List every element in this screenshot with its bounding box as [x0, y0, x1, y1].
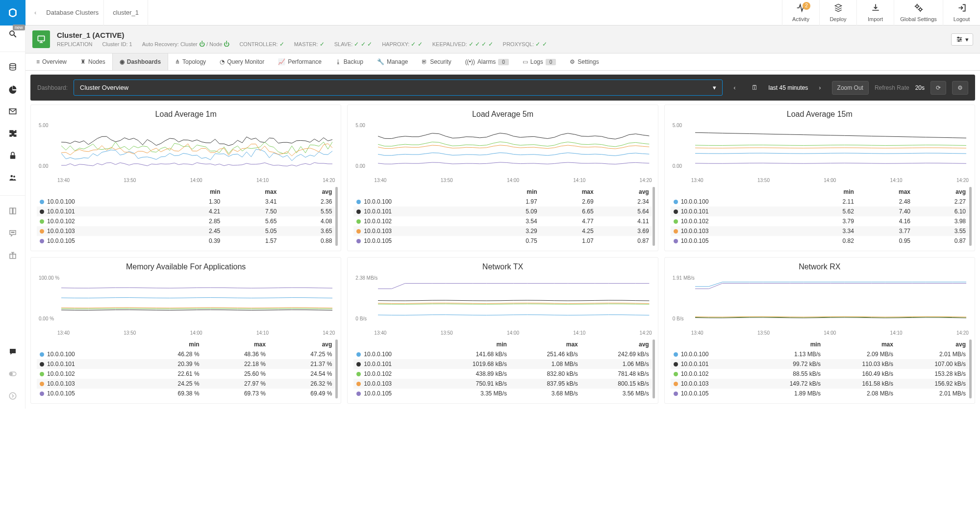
legend-row[interactable]: 10.0.0.1023.544.774.11: [353, 216, 652, 226]
chat-icon[interactable]: [8, 347, 17, 359]
calendar-icon[interactable]: 🗓: [747, 81, 763, 94]
legend-row[interactable]: 10.0.0.1022.855.654.08: [37, 216, 335, 226]
legend-row[interactable]: 10.0.0.1023.794.163.98: [671, 216, 969, 226]
legend-dot: [356, 219, 361, 224]
chart-area[interactable]: 100.00 %0.00 %: [37, 275, 335, 329]
legend-row[interactable]: 10.0.0.1051.89 MB/s2.08 MB/s2.01 MB/s: [671, 389, 969, 398]
legend-row[interactable]: 10.0.0.1015.627.406.10: [671, 207, 969, 216]
chevron-right-icon[interactable]: [8, 392, 17, 403]
legend-dot: [356, 352, 361, 357]
legend-row[interactable]: 10.0.0.10199.72 kB/s110.03 kB/s107.00 kB…: [671, 359, 969, 369]
tab-overview[interactable]: ≡Overview: [29, 53, 74, 70]
legend-row[interactable]: 10.0.0.1033.294.253.69: [353, 226, 652, 236]
legend-row[interactable]: 10.0.0.10046.28 %48.36 %47.25 %: [37, 349, 335, 359]
legend-row[interactable]: 10.0.0.100141.68 kB/s251.46 kB/s242.69 k…: [353, 349, 652, 359]
logout-label: Logout: [954, 16, 970, 22]
legend-row[interactable]: 10.0.0.1002.112.482.27: [671, 197, 969, 207]
pie-chart-icon[interactable]: [8, 85, 17, 96]
dashboard-select[interactable]: Cluster Overview ▾: [74, 79, 723, 96]
legend-row[interactable]: 10.0.0.1011019.68 kB/s1.08 MB/s1.06 MB/s: [353, 359, 652, 369]
stats-header-row: minmaxavg: [353, 340, 652, 349]
legend-dot: [674, 210, 678, 214]
svg-point-21: [958, 37, 959, 38]
legend-row[interactable]: 10.0.0.10569.38 %69.73 %69.49 %: [37, 389, 335, 398]
tab-nodes[interactable]: ♜Nodes: [74, 53, 112, 70]
legend-row[interactable]: 10.0.0.1014.217.505.55: [37, 207, 335, 216]
dashboard-settings-button[interactable]: ⚙: [952, 81, 968, 95]
legend-row[interactable]: 10.0.0.10120.39 %22.18 %21.37 %: [37, 359, 335, 369]
legend-row[interactable]: 10.0.0.10222.61 %25.60 %24.54 %: [37, 369, 335, 379]
legend-dot: [40, 372, 44, 376]
tab-manage[interactable]: 🔧Manage: [370, 53, 415, 70]
scrollbar[interactable]: [653, 340, 655, 398]
legend-row[interactable]: 10.0.0.1033.343.773.55: [671, 226, 969, 236]
import-button[interactable]: Import: [856, 0, 894, 26]
logout-button[interactable]: Logout: [943, 0, 980, 26]
database-icon[interactable]: [8, 63, 17, 74]
breadcrumb-back-icon[interactable]: ‹: [29, 9, 41, 16]
legend-row[interactable]: 10.0.0.102438.89 kB/s832.80 kB/s781.48 k…: [353, 369, 652, 379]
tab-performance[interactable]: 📈Performance: [271, 53, 328, 70]
activity-button[interactable]: 2 Activity: [782, 0, 819, 26]
tab-topology[interactable]: ⋔Topology: [168, 53, 213, 70]
scrollbar[interactable]: [335, 340, 338, 398]
legend-row[interactable]: 10.0.0.1053.35 MB/s3.68 MB/s3.56 MB/s: [353, 389, 652, 398]
scrollbar[interactable]: [969, 340, 972, 398]
time-next-button[interactable]: ›: [814, 81, 826, 94]
tab-dashboards[interactable]: ◉Dashboards: [112, 53, 168, 70]
time-range-label[interactable]: last 45 minutes: [769, 84, 808, 91]
cluster-options-button[interactable]: ▾: [951, 33, 973, 46]
svg-point-4: [10, 64, 16, 66]
scrollbar[interactable]: [335, 187, 338, 246]
scrollbar[interactable]: [969, 187, 972, 246]
mail-icon[interactable]: [8, 107, 17, 118]
y-tick: 0 B/s: [355, 316, 367, 321]
gift-icon[interactable]: [8, 251, 17, 262]
tab-alarms[interactable]: ((•))Alarms0: [458, 53, 516, 70]
legend-row[interactable]: 10.0.0.1050.391.570.88: [37, 236, 335, 246]
chart-area[interactable]: 5.000.00: [671, 123, 969, 177]
global-settings-icon: [914, 3, 924, 15]
svg-point-23: [958, 40, 959, 41]
scrollbar[interactable]: [653, 187, 655, 246]
chart-area[interactable]: 1.91 MB/s0 B/s: [671, 275, 969, 329]
tab-logs[interactable]: ▭Logs0: [516, 53, 563, 70]
users-icon[interactable]: [8, 173, 17, 184]
legend-row[interactable]: 10.0.0.1050.751.070.87: [353, 236, 652, 246]
puzzle-icon[interactable]: [8, 129, 17, 140]
legend-row[interactable]: 10.0.0.1001.13 MB/s2.09 MB/s2.01 MB/s: [671, 349, 969, 359]
chart-area[interactable]: 5.000.00: [353, 123, 652, 177]
col-min: min: [485, 187, 540, 197]
refresh-button[interactable]: ⟳: [930, 81, 946, 95]
alarm-icon: ((•)): [465, 58, 475, 65]
toggle-icon[interactable]: [7, 369, 18, 381]
legend-row[interactable]: 10.0.0.1032.455.053.65: [37, 226, 335, 236]
tab-query-monitor[interactable]: ◔Query Monitor: [213, 53, 271, 70]
legend-row[interactable]: 10.0.0.10288.55 kB/s160.49 kB/s153.28 kB…: [671, 369, 969, 379]
main-area: Cluster_1 (ACTIVE) REPLICATION Cluster I…: [25, 26, 980, 409]
legend-row[interactable]: 10.0.0.1015.096.655.64: [353, 207, 652, 216]
search-icon[interactable]: [8, 29, 17, 41]
zoom-out-button[interactable]: Zoom Out: [832, 81, 869, 95]
support-icon[interactable]: [8, 229, 17, 240]
chart-area[interactable]: 5.000.00: [37, 123, 335, 177]
book-icon[interactable]: [8, 207, 17, 218]
tab-security[interactable]: ⛨Security: [415, 53, 458, 70]
chart-area[interactable]: 2.38 MB/s0 B/s: [353, 275, 652, 329]
lock-icon[interactable]: [8, 151, 17, 162]
tab-backup[interactable]: ⭳Backup: [328, 53, 370, 70]
time-prev-button[interactable]: ‹: [729, 81, 740, 94]
legend-row[interactable]: 10.0.0.1001.972.692.34: [353, 197, 652, 207]
tab-settings[interactable]: ⚙Settings: [563, 53, 605, 70]
legend-row[interactable]: 10.0.0.1050.820.950.87: [671, 236, 969, 246]
breadcrumb-parent[interactable]: Database Clusters: [41, 9, 103, 16]
legend-row[interactable]: 10.0.0.103149.72 kB/s161.58 kB/s156.92 k…: [671, 379, 969, 389]
alarms-count: 0: [498, 59, 509, 65]
legend-row[interactable]: 10.0.0.10324.25 %27.97 %26.32 %: [37, 379, 335, 389]
legend-row[interactable]: 10.0.0.1001.303.412.36: [37, 197, 335, 207]
global-settings-button[interactable]: Global Settings: [894, 0, 943, 26]
legend-row[interactable]: 10.0.0.103750.91 kB/s837.95 kB/s800.15 k…: [353, 379, 652, 389]
app-logo[interactable]: [0, 0, 25, 26]
deploy-button[interactable]: Deploy: [819, 0, 856, 26]
svg-point-2: [10, 31, 14, 35]
